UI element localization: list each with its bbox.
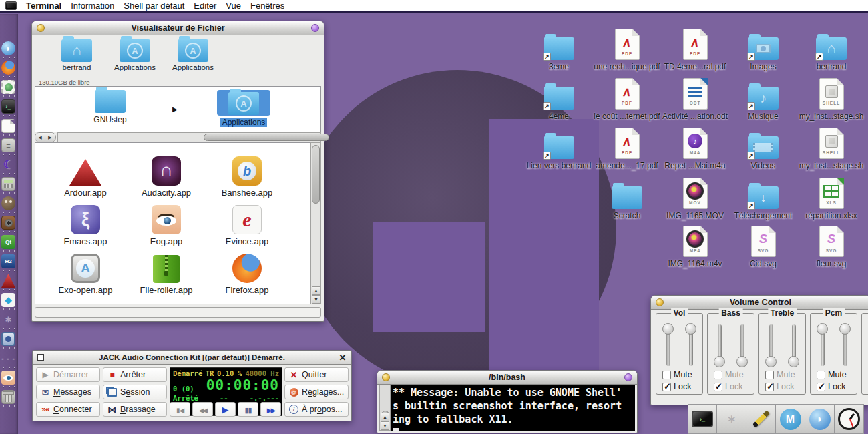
- desktop-icon-bertrand[interactable]: bertrand: [798, 25, 865, 71]
- dock-item-firefox[interactable]: [1, 61, 17, 76]
- close-icon[interactable]: [337, 352, 348, 363]
- desktop-icon-cid-svg[interactable]: SVGCid.svg: [730, 222, 797, 268]
- desktop-icon-fleur-svg[interactable]: SVGfleur.svg: [798, 222, 865, 268]
- dock-item-ardour[interactable]: [1, 274, 17, 289]
- jack-titlebar[interactable]: JACK Audio Connection Kit [(par défaut)]…: [33, 351, 351, 365]
- jack-button-propos[interactable]: À propos...: [284, 402, 349, 417]
- jack-button-brassage[interactable]: Brassage: [103, 402, 167, 417]
- app-item-emacs-app[interactable]: Emacs.app: [49, 204, 122, 246]
- volume-slider[interactable]: [662, 323, 674, 367]
- slider-knob[interactable]: [839, 323, 851, 335]
- minimize-icon[interactable]: [37, 354, 44, 361]
- app-item-audacity-app[interactable]: Audacity.app: [130, 155, 203, 198]
- jack-button-quitter[interactable]: Quitter: [284, 367, 349, 382]
- desktop-icon-le-co-t-ternet-pdf[interactable]: PDFle coût ...ternet.pdf: [594, 75, 660, 121]
- dock-item-glider[interactable]: [1, 312, 17, 328]
- dock-item-mail[interactable]: [1, 80, 17, 95]
- miniaturize-button[interactable]: [37, 24, 45, 32]
- desktop-icon-img-1164-m4v[interactable]: MP4IMG_1164.m4v: [662, 222, 728, 268]
- desktop-icon-scratch[interactable]: Scratch: [594, 174, 660, 220]
- dock-item-console[interactable]: [1, 138, 17, 154]
- dock-item-gimp[interactable]: [1, 196, 17, 212]
- slider-knob[interactable]: [788, 356, 799, 367]
- scrollbar-thumb[interactable]: [204, 134, 329, 141]
- dock-item-monitor[interactable]: [1, 332, 17, 347]
- slider-knob[interactable]: [765, 356, 777, 367]
- shelf-item-applications[interactable]: Applications: [105, 39, 165, 71]
- desktop-icon-images[interactable]: Images: [730, 25, 797, 71]
- jack-button-connecter[interactable]: Connecter: [36, 402, 100, 417]
- desktop-icon-une-rech-ique-pdf[interactable]: PDFune rech...ique.pdf: [594, 25, 660, 71]
- slider-knob[interactable]: [817, 323, 828, 335]
- scroll-left-button[interactable]: [35, 133, 45, 142]
- miniaturize-button[interactable]: [382, 373, 390, 381]
- dock-tile-pen[interactable]: [746, 404, 776, 434]
- dock-item-calc[interactable]: [1, 177, 17, 192]
- close-button[interactable]: [624, 373, 632, 381]
- menu-item-fen-tres[interactable]: Fenêtres: [250, 1, 284, 11]
- lock-checkbox[interactable]: [765, 383, 774, 391]
- menu-item-vue[interactable]: Vue: [226, 1, 241, 11]
- menu-item-terminal[interactable]: Terminal: [26, 1, 61, 11]
- shelf-item-bertrand[interactable]: bertrand: [47, 39, 107, 71]
- terminal-titlebar[interactable]: /bin/bash: [377, 371, 637, 385]
- desktop-icon-3eme[interactable]: 3eme: [525, 25, 592, 71]
- desktop-icon-amende-17-pdf[interactable]: PDFamende..._17.pdf: [594, 124, 660, 170]
- scroll-up-button[interactable]: [312, 286, 320, 295]
- transport-play-button[interactable]: [215, 402, 236, 417]
- slider-knob[interactable]: [685, 323, 696, 335]
- dock-item-thunderbird[interactable]: [1, 41, 17, 57]
- scrollbar-thumb[interactable]: [312, 145, 320, 204]
- bottom-scrollbar-trough[interactable]: [35, 307, 321, 318]
- slider-knob[interactable]: [662, 323, 674, 335]
- mute-checkbox[interactable]: [765, 371, 774, 379]
- dock-item-hydrogen[interactable]: [1, 254, 17, 270]
- desktop-icon-t-l-chargement[interactable]: Téléchargement: [730, 174, 797, 220]
- volume-slider[interactable]: [788, 323, 799, 367]
- desktop-icon-lien-vers-bertrand[interactable]: Lien vers bertrand: [525, 124, 592, 170]
- jack-button-messages[interactable]: Messages: [36, 385, 100, 399]
- menu-item-editer[interactable]: Editer: [194, 1, 216, 11]
- desktop-icon-td-4eme-ral-pdf[interactable]: PDFTD 4eme...ral.pdf: [662, 25, 728, 71]
- mute-checkbox[interactable]: [714, 371, 722, 379]
- slider-knob[interactable]: [714, 356, 725, 367]
- desktop-icon-4eme[interactable]: 4eme: [525, 75, 592, 121]
- lock-checkbox[interactable]: [662, 383, 671, 391]
- volume-slider[interactable]: [736, 323, 748, 367]
- desktop-icon-img-1165-mov[interactable]: MOVIMG_1165.MOV: [662, 174, 728, 220]
- dock-tile-clock[interactable]: [835, 404, 864, 434]
- dock-item-trash[interactable]: [1, 390, 17, 405]
- transport-fwd-button[interactable]: [260, 402, 281, 417]
- jack-button-arr-ter[interactable]: Arrêter: [103, 367, 167, 382]
- mute-checkbox[interactable]: [662, 371, 671, 379]
- desktop-icon-my-inst-stage-sh[interactable]: SHELLmy_inst...stage.sh: [798, 75, 865, 121]
- slider-knob[interactable]: [736, 356, 748, 367]
- volume-slider[interactable]: [765, 323, 777, 367]
- jack-button-d-marrer[interactable]: Démarrer: [36, 367, 100, 382]
- app-item-evince-app[interactable]: Evince.app: [210, 204, 284, 246]
- app-item-partial[interactable]: [130, 295, 203, 304]
- dock-tile-mailbox[interactable]: [776, 404, 805, 434]
- desktop-icon-musique[interactable]: Musique: [730, 75, 797, 121]
- lock-checkbox[interactable]: [817, 383, 825, 391]
- dock-item-terminal[interactable]: [1, 99, 17, 115]
- volume-slider[interactable]: [839, 323, 851, 367]
- app-item-file-roller-app[interactable]: File-roller.app: [130, 252, 203, 295]
- dock-tile-glider[interactable]: [717, 404, 746, 434]
- dock-item-speaker[interactable]: [1, 216, 17, 231]
- jack-button-session[interactable]: Session: [103, 385, 167, 399]
- desktop-icon-videos[interactable]: Videos: [730, 124, 797, 170]
- app-item-ardour-app[interactable]: Ardour.app: [49, 155, 122, 198]
- volume-slider[interactable]: [685, 323, 696, 367]
- volume-slider[interactable]: [714, 323, 725, 367]
- scroll-down-button[interactable]: [381, 421, 389, 430]
- volume-slider[interactable]: [817, 323, 828, 367]
- file-viewer-titlebar[interactable]: Visualisateur de Fichier: [32, 21, 324, 35]
- app-item-banshee-app[interactable]: Banshee.app: [210, 155, 284, 198]
- desktop-icon-my-inst-stage-sh[interactable]: SHELLmy_inst...stage.sh: [798, 124, 865, 170]
- transport-skip-button[interactable]: [170, 402, 190, 417]
- dock-item-kodi[interactable]: [1, 293, 17, 308]
- scrollbar-trough[interactable]: [57, 132, 321, 142]
- path-item-gnustep[interactable]: GNUstep: [83, 90, 137, 125]
- dock-item-eye[interactable]: [1, 371, 17, 386]
